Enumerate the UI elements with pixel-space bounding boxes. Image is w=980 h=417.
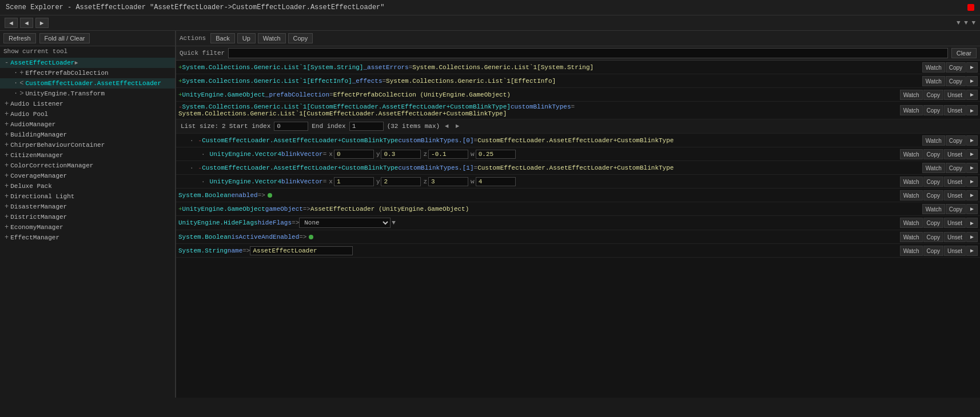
expand-sign[interactable]: + — [178, 78, 182, 85]
prop-expand-button[interactable]: ► — [966, 135, 978, 146]
prop-copy-button[interactable]: Copy — [946, 62, 966, 73]
tree-item-name[interactable]: Audio Listener — [10, 101, 63, 107]
watch-button[interactable]: Watch — [258, 33, 286, 43]
tree-item-name[interactable]: CoverageManager — [10, 173, 67, 179]
filter-input[interactable] — [228, 48, 947, 58]
tree-item-name[interactable]: UnityEngine.Transform — [25, 90, 105, 97]
prop-expand-button[interactable]: ► — [966, 190, 978, 201]
prop-unset-button[interactable]: Unset — [944, 190, 966, 201]
tree-item[interactable]: + ChirperBehaviourContainer — [0, 140, 175, 150]
prop-copy-button[interactable]: Copy — [923, 218, 943, 228]
tree-item[interactable]: + Audio Pool — [0, 109, 175, 119]
prop-expand-button[interactable]: ► — [966, 105, 978, 115]
prop-watch-button[interactable]: Watch — [900, 149, 923, 159]
prop-expand-button[interactable]: ► — [966, 76, 978, 86]
prop-watch-button[interactable]: Watch — [922, 204, 945, 214]
prop-watch-button[interactable]: Watch — [900, 177, 923, 187]
prop-expand-button[interactable]: ► — [966, 204, 978, 214]
tree-expand-arrow[interactable]: ► — [74, 60, 78, 66]
coord-input-y[interactable] — [381, 177, 421, 186]
tree-item-name[interactable]: AssetEffectLoader — [10, 59, 74, 66]
prop-copy-button[interactable]: Copy — [946, 163, 966, 173]
prop-expand-button[interactable]: ► — [966, 177, 978, 187]
tree-toggle[interactable]: < — [19, 79, 23, 87]
prop-copy-button[interactable]: Copy — [923, 232, 943, 242]
tree-item[interactable]: + CitizenManager — [0, 150, 175, 161]
tree-item[interactable]: · > UnityEngine.Transform — [0, 89, 175, 99]
tree-item-name[interactable]: CustomEffectLoader.AssetEffectLoader — [25, 80, 161, 87]
collapse-sign[interactable]: - — [178, 103, 182, 110]
tree-item-name[interactable]: DisasterManager — [10, 203, 67, 210]
hideflags-select[interactable]: None — [299, 218, 391, 228]
tree-item[interactable]: + EffectManager — [0, 232, 175, 243]
coord-input-x[interactable] — [334, 150, 374, 159]
tree-item[interactable]: · + EffectPrefabCollection — [0, 68, 175, 78]
prop-expand-button[interactable]: ► — [966, 90, 978, 100]
nav-prev-button[interactable]: ◄ — [5, 18, 18, 28]
prop-watch-button[interactable]: Watch — [900, 190, 923, 201]
tree-item[interactable]: + Deluxe Pack — [0, 181, 175, 191]
prop-unset-button[interactable]: Unset — [944, 105, 966, 115]
prop-unset-button[interactable]: Unset — [944, 177, 966, 187]
prop-watch-button[interactable]: Watch — [922, 163, 945, 173]
prop-unset-button[interactable]: Unset — [944, 149, 966, 159]
tree-item[interactable]: + CoverageManager — [0, 171, 175, 181]
prop-unset-button[interactable]: Unset — [944, 218, 966, 228]
end-index-input[interactable] — [349, 122, 384, 131]
coord-input-w[interactable] — [476, 177, 516, 186]
nav-prev2-button[interactable]: ◄ — [20, 18, 33, 28]
tree-item[interactable]: · < CustomEffectLoader.AssetEffectLoader — [0, 78, 175, 89]
coord-input-z[interactable] — [428, 177, 468, 186]
up-button[interactable]: Up — [237, 33, 256, 43]
coord-input-x[interactable] — [334, 177, 374, 186]
prop-expand-button[interactable]: ► — [966, 149, 978, 159]
prop-watch-button[interactable]: Watch — [900, 246, 923, 256]
prop-expand-button[interactable]: ► — [966, 218, 978, 228]
prop-copy-button[interactable]: Copy — [946, 204, 966, 214]
tree-item-name[interactable]: Deluxe Pack — [10, 183, 52, 190]
prop-watch-button[interactable]: Watch — [922, 62, 945, 73]
prop-copy-button[interactable]: Copy — [923, 90, 943, 100]
prop-unset-button[interactable]: Unset — [944, 90, 966, 100]
coord-input-y[interactable] — [381, 150, 421, 159]
prop-expand-button[interactable]: ► — [966, 232, 978, 242]
nav-next-button[interactable]: ► — [35, 18, 49, 28]
tree-item-name[interactable]: ChirperBehaviourContainer — [10, 142, 105, 149]
coord-input-z[interactable] — [428, 150, 468, 159]
copy-button[interactable]: Copy — [288, 33, 313, 43]
tree-item-name[interactable]: DistrictManager — [10, 214, 67, 220]
prop-unset-button[interactable]: Unset — [944, 246, 966, 256]
prop-copy-button[interactable]: Copy — [923, 149, 943, 159]
tree-item[interactable]: + AudioManager — [0, 119, 175, 130]
back-button[interactable]: Back — [210, 33, 234, 43]
prop-copy-button[interactable]: Copy — [946, 76, 966, 86]
tree-item-name[interactable]: Directional Light — [10, 193, 74, 200]
fold-all-button[interactable]: Fold all / Clear — [39, 33, 90, 43]
tree-item[interactable]: + BuildingManager — [0, 130, 175, 140]
expand-sign[interactable]: + — [178, 91, 182, 98]
tree-item[interactable]: - AssetEffectLoader ► — [0, 58, 175, 68]
clear-button[interactable]: Clear — [951, 48, 977, 58]
prop-expand-button[interactable]: ► — [966, 62, 978, 73]
tree-item-name[interactable]: BuildingManager — [10, 131, 67, 138]
expand-sign[interactable]: + — [178, 206, 182, 212]
prop-copy-button[interactable]: Copy — [923, 177, 943, 187]
prop-watch-button[interactable]: Watch — [922, 135, 945, 146]
tree-item[interactable]: + Directional Light — [0, 191, 175, 202]
tree-item-name[interactable]: AudioManager — [10, 121, 55, 128]
tree-toggle[interactable]: + — [19, 69, 23, 77]
tree-item-name[interactable]: CitizenManager — [10, 152, 63, 159]
tree-item[interactable]: + DistrictManager — [0, 212, 175, 222]
prop-watch-button[interactable]: Watch — [922, 76, 945, 86]
tree-item-name[interactable]: EffectManager — [10, 234, 59, 241]
tree-item[interactable]: + DisasterManager — [0, 202, 175, 212]
collapse-sign[interactable]: - — [198, 165, 202, 171]
prop-copy-button[interactable]: Copy — [923, 246, 943, 256]
coord-input-w[interactable] — [476, 150, 516, 159]
collapse-sign[interactable]: - — [198, 137, 202, 144]
tree-item[interactable]: + EconomyManager — [0, 222, 175, 232]
tree-item-name[interactable]: Audio Pool — [10, 111, 48, 118]
props-area[interactable]: + System.Collections.Generic.List`1[Syst… — [176, 61, 980, 398]
expand-sign[interactable]: + — [178, 64, 182, 71]
tree-item-name[interactable]: EconomyManager — [10, 224, 63, 231]
